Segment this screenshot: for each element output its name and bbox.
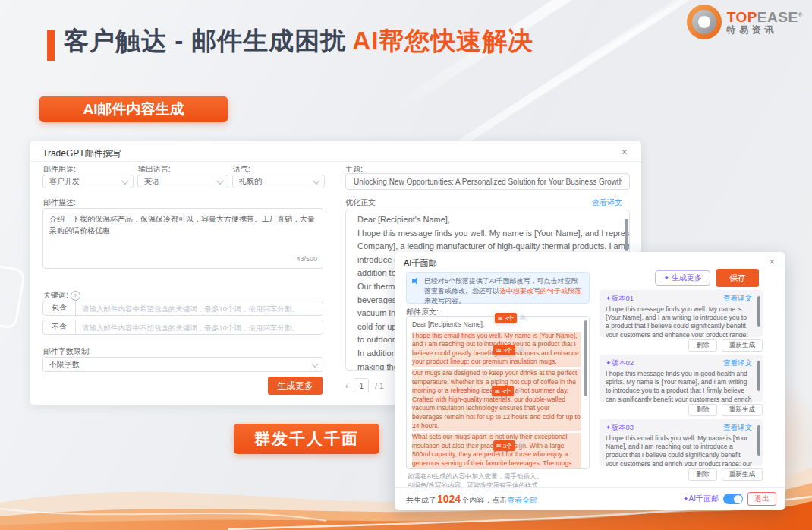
view-all-link[interactable]: 查看全部 xyxy=(507,495,537,506)
regenerate-button[interactable]: 重新生成 xyxy=(722,404,763,416)
dismiss-icon[interactable]: ⊗ xyxy=(518,346,524,354)
scrollbar-thumb[interactable] xyxy=(757,361,760,391)
ai-qianmian-mail-overlay: AI千面邮 × 已经对5个段落提供了AI千面邮改写，可点击对应段落查看或修改。您… xyxy=(395,252,785,510)
select-sentence-link[interactable]: 选中想要改写的句子或段落 xyxy=(499,287,581,295)
body-line: Dear [Recipient's Name], xyxy=(357,213,629,227)
version-text: I hope this message finds you well. My n… xyxy=(606,305,752,337)
exit-button[interactable]: 退出 xyxy=(747,492,776,506)
view-translation-link[interactable]: 查看译文 xyxy=(723,358,752,368)
version-item: ✦版本02 查看译文 I hope this message finds you… xyxy=(600,355,763,416)
overlay-title: AI千面邮 xyxy=(404,257,436,269)
title-accent-bar xyxy=(47,30,55,61)
word-limit-value: 不限字数 xyxy=(49,359,80,370)
purpose-select[interactable]: 客户开发 xyxy=(42,175,134,188)
exclude-keywords-input[interactable] xyxy=(76,323,323,332)
generate-more-button[interactable]: 生成更多 xyxy=(268,377,323,395)
envelope-icon: ✉ xyxy=(496,347,502,354)
version-title: ✦版本03 xyxy=(606,423,634,433)
generate-more-versions-button[interactable]: ✦生成更多 xyxy=(655,270,710,286)
body-label: 优化正文 xyxy=(345,197,376,208)
version-card[interactable]: ✦版本02 查看译文 I hope this message finds you… xyxy=(600,355,763,402)
version-text: I hope this email finds you well. My nam… xyxy=(606,434,752,466)
tone-select[interactable]: 礼貌的 xyxy=(232,175,325,188)
page-title-dark: 客户触达 - 邮件生成困扰 xyxy=(64,27,346,55)
close-icon[interactable]: × xyxy=(769,256,775,267)
subject-input[interactable] xyxy=(345,173,630,190)
email-paragraph[interactable]: Our mugs are designed to keep your drink… xyxy=(412,369,581,431)
include-label: 包含 xyxy=(43,301,76,315)
purpose-value: 客户开发 xyxy=(49,176,80,187)
include-keywords-input[interactable] xyxy=(76,304,323,313)
tone-value: 礼貌的 xyxy=(239,176,262,187)
version-card[interactable]: ✦版本01 查看译文 I hope this message finds you… xyxy=(600,290,763,337)
chevron-down-icon xyxy=(313,177,320,185)
version-card[interactable]: ✦版本03 查看译文 I hope this email finds you w… xyxy=(600,419,763,466)
envelope-icon: ✉ xyxy=(495,388,500,395)
chevron-down-icon xyxy=(216,177,224,185)
regenerate-button[interactable]: 重新生成 xyxy=(722,339,763,352)
sparkle-icon: ✦ xyxy=(606,295,612,302)
version-title: ✦版本01 xyxy=(606,294,634,304)
keywords-label: 关键词:? xyxy=(43,290,80,301)
envelope-icon: ✉ xyxy=(498,315,503,322)
envelope-icon: ✉ xyxy=(496,443,502,450)
language-select[interactable]: 英语 xyxy=(137,175,228,188)
sparkle-icon: ✦ xyxy=(606,359,612,367)
toggle-label: ✦AI千面邮 xyxy=(683,494,719,504)
scrollbar-thumb[interactable] xyxy=(584,320,587,396)
email-paragraph[interactable]: What sets our mugs apart is not only the… xyxy=(412,433,581,469)
view-translation-link[interactable]: 查看译文 xyxy=(723,423,752,433)
scrollbar-thumb[interactable] xyxy=(757,296,760,327)
hint-line: 如需在AI生成的内容中加入变量，需手动插入。 xyxy=(408,472,544,481)
scrollbar-thumb[interactable] xyxy=(757,425,760,456)
delete-button[interactable]: 删除 xyxy=(688,468,716,481)
rewrite-count-badge[interactable]: ✉3个⊗ xyxy=(493,345,524,355)
regenerate-button[interactable]: 重新生成 xyxy=(722,468,763,481)
version-list: ✦版本01 查看译文 I hope this message finds you… xyxy=(600,290,763,484)
view-translation-link[interactable]: 查看译文 xyxy=(723,294,752,304)
logo-ring-icon xyxy=(687,5,722,39)
hint-line: AI润色/改写的内容，可能改变原有字体的样式。 xyxy=(408,481,544,491)
generation-stats: 共生成了1024个内容，点击查看全部 xyxy=(406,493,537,506)
generated-count: 1024 xyxy=(437,493,461,505)
version-title: ✦版本02 xyxy=(606,358,634,368)
bg-streak xyxy=(386,0,722,117)
view-translation-link[interactable]: 查看译文 xyxy=(592,197,622,208)
char-counter: 43/500 xyxy=(42,255,317,263)
close-icon[interactable]: × xyxy=(622,146,628,158)
ai-email-generate-badge: AI邮件内容生成 xyxy=(39,96,228,122)
ai-qianmian-toggle[interactable] xyxy=(723,494,743,504)
scrollbar-thumb[interactable] xyxy=(625,219,628,251)
word-limit-select[interactable]: 不限字数 xyxy=(42,357,323,372)
topease-logo: TOPEASE® 特易资讯 xyxy=(687,5,803,39)
version-item: ✦版本03 查看译文 I hope this email finds you w… xyxy=(600,419,763,481)
word-limit-label: 邮件字数限制: xyxy=(43,346,91,357)
delete-button[interactable]: 删除 xyxy=(688,404,716,416)
exclude-keywords-row: 不含 xyxy=(42,320,323,335)
logo-cn-name: 特易资讯 xyxy=(727,25,803,35)
include-keywords-row: 包含 xyxy=(42,301,323,316)
rewrite-count-badge[interactable]: ✉3个⊗ xyxy=(492,386,523,396)
help-icon[interactable]: ? xyxy=(71,291,80,301)
save-button[interactable]: 保存 xyxy=(716,269,759,287)
notice-text: 已经对5个段落提供了AI千面邮改写，可点击对应段落查看或修改。您还可以选中想要改… xyxy=(424,276,584,299)
rewrite-notice: 已经对5个段落提供了AI千面邮改写，可点击对应段落查看或修改。您还可以选中想要改… xyxy=(406,272,590,304)
page-title-orange: AI帮您快速解决 xyxy=(352,27,533,55)
rewrite-count-badge[interactable]: ✉3个⊗ xyxy=(495,313,526,323)
page-number[interactable]: 1 xyxy=(354,378,369,393)
prev-page-icon[interactable]: ‹ xyxy=(345,382,348,390)
rewrite-count-badge[interactable]: ✉3个⊗ xyxy=(493,440,524,451)
dismiss-icon[interactable]: ⊗ xyxy=(518,442,524,450)
dismiss-icon[interactable]: ⊗ xyxy=(519,314,525,322)
divider xyxy=(30,161,641,162)
dismiss-icon[interactable]: ⊗ xyxy=(516,387,522,395)
composer-title: TradeGPT邮件撰写 xyxy=(42,147,121,160)
divider xyxy=(395,487,785,488)
mass-send-badge: 群发千人千面 xyxy=(234,424,379,454)
delete-button[interactable]: 删除 xyxy=(688,339,716,352)
language-value: 英语 xyxy=(144,176,159,187)
sparkle-icon: ✦ xyxy=(683,495,689,503)
version-text: I hope this message finds you in good he… xyxy=(606,370,752,402)
exclude-label: 不含 xyxy=(43,320,76,334)
version-item: ✦版本01 查看译文 I hope this message finds you… xyxy=(600,290,763,352)
